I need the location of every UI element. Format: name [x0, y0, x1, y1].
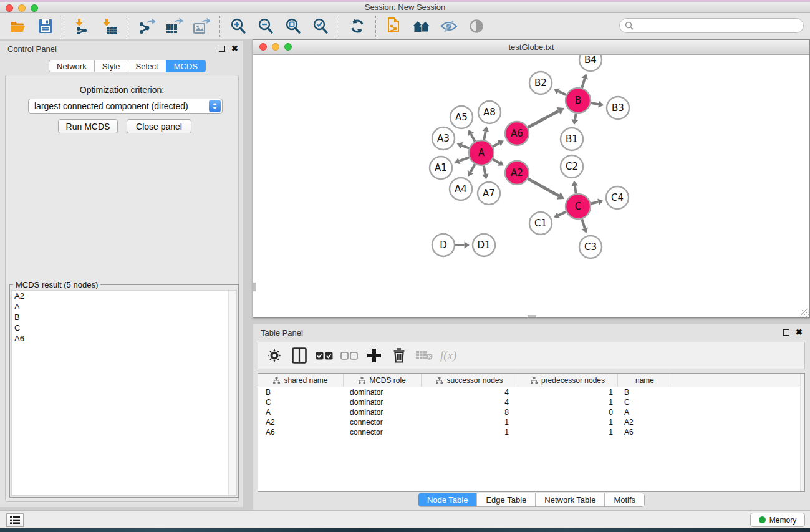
cell-mcds-role[interactable]: connector — [344, 427, 422, 437]
cell-predecessor-nodes[interactable]: 1 — [518, 387, 618, 397]
network-canvas[interactable]: AA1A2A3A4A5A6A7A8BB1B2B3B4CC1C2C3C4DD1 — [253, 55, 809, 317]
edge-C-C1[interactable] — [559, 212, 566, 215]
cell-mcds-role[interactable]: dominator — [344, 407, 422, 417]
close-table-panel-icon[interactable]: ✖ — [796, 329, 803, 336]
import-table-icon[interactable] — [100, 17, 119, 36]
edge-A-A8[interactable] — [484, 132, 486, 140]
edge-B-B4[interactable] — [582, 79, 585, 88]
column-header-successor-nodes[interactable]: successor nodes — [422, 374, 518, 387]
minimize-window-button[interactable] — [18, 4, 26, 12]
zoom-fit-icon[interactable] — [284, 17, 302, 36]
list-scrollbar[interactable] — [228, 291, 236, 495]
save-session-icon[interactable] — [36, 17, 55, 36]
edge-B-B1[interactable] — [575, 114, 576, 120]
cell-successor-nodes[interactable]: 8 — [422, 407, 518, 417]
cell-shared-name[interactable]: A — [258, 407, 344, 417]
app-titlebar[interactable]: Session: New Session — [0, 2, 810, 13]
network-zoom-button[interactable] — [284, 43, 292, 51]
zoom-out-icon[interactable] — [256, 17, 275, 36]
float-table-panel-icon[interactable] — [783, 329, 789, 336]
table-settings-gear-icon[interactable] — [266, 346, 283, 365]
cell-mcds-role[interactable]: dominator — [344, 397, 422, 407]
tab-network[interactable]: Network — [49, 60, 94, 72]
network-graph[interactable]: AA1A2A3A4A5A6A7A8BB1B2B3B4CC1C2C3C4DD1 — [253, 55, 809, 317]
cell-predecessor-nodes[interactable]: 1 — [518, 417, 618, 427]
cell-name[interactable]: B — [618, 387, 672, 397]
open-session-icon[interactable] — [9, 17, 27, 36]
network-window-titlebar[interactable]: testGlobe.txt — [253, 40, 809, 55]
delete-table-icon[interactable] — [415, 346, 433, 365]
export-network-icon[interactable] — [137, 17, 156, 36]
tab-mcds[interactable]: MCDS — [166, 60, 206, 72]
edge-A6-B[interactable] — [528, 111, 559, 128]
list-item[interactable]: C — [12, 322, 236, 333]
list-item[interactable]: A2 — [12, 291, 236, 301]
select-all-icon[interactable] — [316, 346, 333, 365]
edge-C-C3[interactable] — [582, 219, 585, 228]
edge-A-A6[interactable] — [493, 143, 499, 146]
cell-name[interactable]: C — [618, 397, 672, 407]
cell-shared-name[interactable]: C — [258, 397, 344, 407]
edge-A-A4[interactable] — [471, 164, 475, 172]
cell-shared-name[interactable]: B — [258, 387, 344, 397]
close-panel-button[interactable]: Close panel — [127, 119, 191, 133]
cell-successor-nodes[interactable]: 4 — [422, 387, 518, 397]
edge-A-A3[interactable] — [461, 145, 469, 148]
function-builder-icon[interactable]: f(x) — [440, 349, 456, 362]
canvas-horizontal-scroll-thumb[interactable] — [528, 315, 536, 317]
cell-predecessor-nodes[interactable]: 1 — [518, 427, 618, 437]
list-item[interactable]: A — [12, 301, 236, 312]
network-from-clipboard-icon[interactable] — [385, 17, 403, 36]
close-panel-icon[interactable]: ✖ — [231, 46, 238, 52]
window-resize-grip[interactable] — [801, 309, 809, 317]
list-item[interactable]: B — [12, 312, 236, 322]
cell-mcds-role[interactable]: connector — [344, 417, 422, 427]
table-row[interactable]: C dominator 4 1 C — [258, 397, 804, 407]
delete-columns-trash-icon[interactable] — [390, 346, 408, 365]
home-icon[interactable] — [412, 17, 431, 36]
cell-name[interactable]: A — [618, 407, 672, 417]
export-table-icon[interactable] — [165, 17, 183, 36]
canvas-vertical-scroll-thumb[interactable] — [253, 283, 256, 291]
import-network-icon[interactable] — [73, 17, 92, 36]
cell-name[interactable]: A6 — [618, 427, 672, 437]
refresh-icon[interactable] — [348, 17, 367, 36]
tab-network-table[interactable]: Network Table — [536, 493, 605, 506]
search-input[interactable] — [637, 21, 798, 31]
search-field[interactable] — [619, 18, 804, 33]
criterion-dropdown[interactable]: largest connected component (directed) — [28, 99, 223, 114]
column-header-shared-name[interactable]: shared name — [258, 374, 344, 387]
network-close-button[interactable] — [259, 43, 267, 51]
cell-predecessor-nodes[interactable]: 0 — [518, 407, 618, 417]
edge-C-C2[interactable] — [575, 186, 576, 193]
cell-shared-name[interactable]: A2 — [258, 417, 344, 427]
tab-motifs[interactable]: Motifs — [605, 493, 644, 506]
export-image-icon[interactable] — [192, 17, 211, 36]
network-minimize-button[interactable] — [272, 43, 279, 51]
tab-select[interactable]: Select — [128, 60, 166, 72]
run-mcds-button[interactable]: Run MCDS — [58, 119, 118, 133]
task-history-list-icon[interactable] — [6, 513, 24, 527]
edge-A-A1[interactable] — [459, 157, 469, 161]
show-columns-icon[interactable] — [291, 346, 308, 365]
cell-successor-nodes[interactable]: 1 — [422, 427, 518, 437]
edge-C-C4[interactable] — [591, 202, 598, 204]
edge-B-B3[interactable] — [591, 103, 599, 104]
zoom-in-icon[interactable] — [229, 17, 248, 36]
close-window-button[interactable] — [6, 4, 13, 12]
cell-predecessor-nodes[interactable]: 1 — [518, 397, 618, 407]
tab-style[interactable]: Style — [94, 60, 128, 72]
table-row[interactable]: A6 connector 1 1 A6 — [258, 427, 804, 437]
list-item[interactable]: A6 — [12, 333, 236, 344]
edge-A-A7[interactable] — [484, 166, 485, 174]
mcds-result-list[interactable]: A2 A B C A6 — [11, 290, 237, 496]
cell-successor-nodes[interactable]: 1 — [422, 417, 518, 427]
cell-name[interactable]: A2 — [618, 417, 672, 427]
cell-mcds-role[interactable]: dominator — [344, 387, 422, 397]
hide-panels-icon[interactable] — [440, 17, 458, 36]
network-view-window[interactable]: testGlobe.txt AA1A2A3A4A5A6A7A8BB1B2B3B4… — [253, 39, 810, 318]
table-row[interactable]: B dominator 4 1 B — [258, 387, 804, 397]
cell-successor-nodes[interactable]: 4 — [422, 397, 518, 407]
edge-B-B2[interactable] — [558, 91, 566, 95]
edge-A2-C[interactable] — [528, 179, 559, 196]
